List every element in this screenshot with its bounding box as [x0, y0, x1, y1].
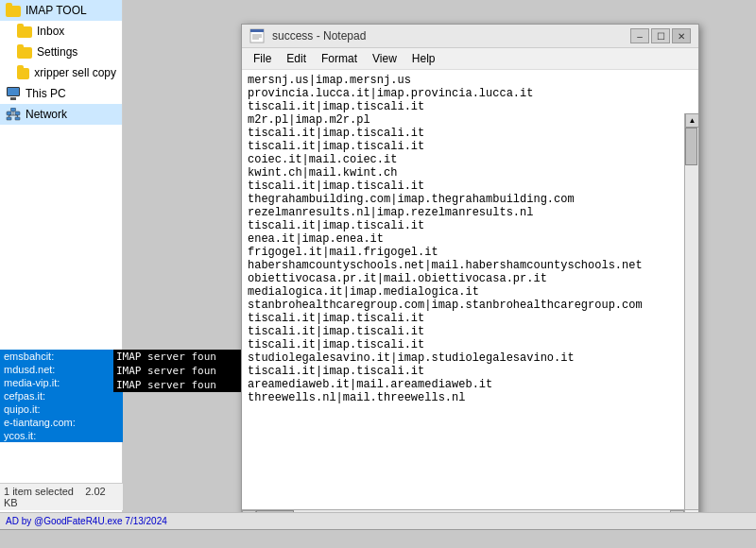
notepad-window: success - Notepad – ☐ ✕ File Edit Format…: [241, 24, 699, 524]
explorer-item-inbox[interactable]: Inbox: [0, 21, 122, 42]
explorer-item-label: Network: [26, 108, 67, 121]
taskbar: [0, 529, 756, 548]
folder-icon: [17, 47, 32, 59]
network-icon: [6, 108, 21, 121]
explorer-status: 1 item selected 2.02 KB: [0, 483, 123, 510]
imap-log-line-0: IMAP server foun: [113, 350, 246, 364]
folder-icon: [17, 26, 32, 38]
pc-icon: [6, 87, 21, 100]
notepad-window-controls: – ☐ ✕: [630, 28, 691, 43]
scroll-up-arrow[interactable]: ▲: [685, 113, 698, 128]
imap-item-4[interactable]: quipo.it:: [0, 402, 123, 416]
notepad-menubar: File Edit Format View Help: [242, 48, 698, 70]
imap-log-line-1: IMAP server foun: [113, 364, 246, 378]
items-count: 1 item selected: [4, 486, 74, 497]
folder-icon: [6, 6, 21, 17]
folder-icon: [17, 68, 29, 79]
svg-rect-2: [11, 108, 16, 111]
explorer-item-settings[interactable]: Settings: [0, 42, 122, 62]
scroll-track-v[interactable]: [685, 128, 698, 509]
ad-bar: AD by @GoodFateR4U.exe 7/13/2024: [0, 512, 756, 529]
imap-item-1[interactable]: mdusd.net:: [0, 363, 123, 376]
explorer-item-label: xripper sell copy: [34, 66, 116, 79]
menu-format[interactable]: Format: [314, 50, 365, 67]
imap-item-6[interactable]: ycos.it:: [0, 429, 123, 442]
scroll-thumb-v[interactable]: [685, 128, 697, 165]
imap-item-3[interactable]: cefpas.it:: [0, 389, 123, 402]
notepad-vscrollbar[interactable]: ▲ ▼: [684, 113, 698, 523]
explorer-item-label: This PC: [26, 87, 66, 100]
svg-rect-0: [7, 111, 11, 115]
menu-view[interactable]: View: [365, 50, 404, 67]
menu-file[interactable]: File: [246, 50, 279, 67]
explorer-item-imap-tool[interactable]: IMAP TOOL: [0, 0, 122, 21]
maximize-button[interactable]: ☐: [651, 28, 670, 43]
menu-help[interactable]: Help: [404, 50, 443, 67]
file-explorer: IMAP TOOL Inbox Settings xripper sell co…: [0, 0, 123, 529]
minimize-button[interactable]: –: [630, 28, 649, 43]
imap-item-5[interactable]: e-tiantang.com:: [0, 416, 123, 429]
notepad-text-content[interactable]: mersnj.us|imap.mersnj.us provincia.lucca…: [242, 70, 684, 509]
explorer-item-label: Settings: [37, 45, 77, 59]
svg-rect-7: [7, 117, 11, 120]
explorer-item-label: IMAP TOOL: [26, 4, 87, 17]
imap-items-list: emsbahcit: mdusd.net: media-vip.it: cefp…: [0, 350, 123, 442]
notepad-title-icon: [249, 28, 265, 43]
close-button[interactable]: ✕: [672, 28, 691, 43]
notepad-titlebar: success - Notepad – ☐ ✕: [242, 25, 698, 48]
explorer-item-this-pc[interactable]: This PC: [0, 83, 122, 104]
explorer-item-xripper[interactable]: xripper sell copy: [0, 62, 122, 83]
imap-log-line-2: IMAP server foun: [113, 378, 246, 392]
explorer-item-network[interactable]: Network: [0, 104, 122, 125]
imap-item-2[interactable]: media-vip.it:: [0, 376, 123, 389]
svg-rect-1: [15, 111, 20, 115]
imap-item-0[interactable]: emsbahcit:: [0, 350, 123, 363]
menu-edit[interactable]: Edit: [279, 50, 314, 67]
imap-log: IMAP server foun IMAP server foun IMAP s…: [113, 350, 246, 392]
svg-rect-10: [250, 29, 264, 32]
svg-rect-8: [15, 117, 20, 120]
explorer-item-label: Inbox: [37, 25, 64, 38]
notepad-title-text: success - Notepad: [272, 29, 623, 43]
ad-text: AD by @GoodFateR4U.exe 7/13/2024: [6, 516, 167, 526]
